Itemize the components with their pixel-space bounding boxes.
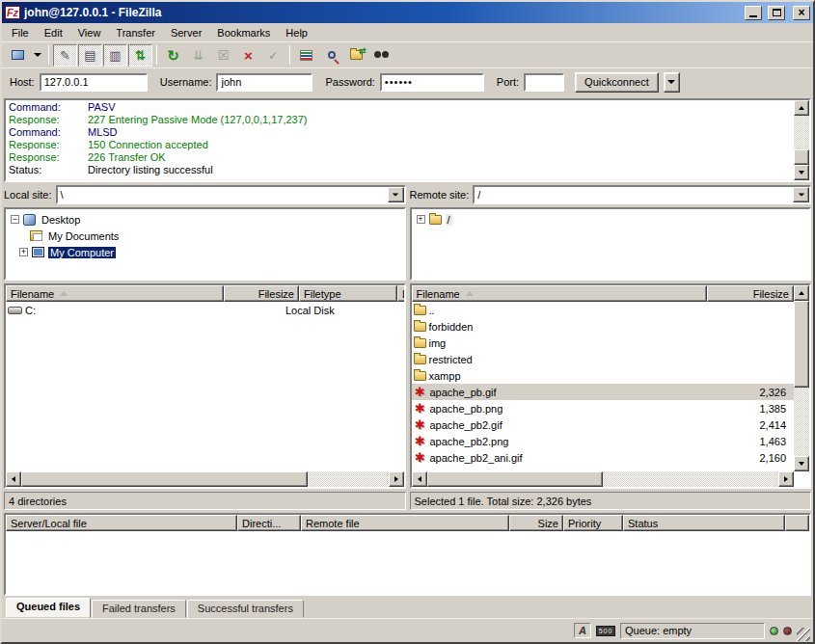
remote-site-combobox[interactable]: / [473, 185, 811, 204]
collapse-icon[interactable] [11, 215, 19, 224]
password-label: Password: [325, 76, 374, 88]
username-input[interactable] [216, 73, 312, 92]
message-log-toggle-button[interactable]: ✎ [53, 44, 77, 67]
scroll-down-button[interactable] [794, 456, 809, 471]
tab-queued-files[interactable]: Queued files [6, 598, 91, 618]
scrollbar-thumb[interactable] [794, 149, 809, 165]
remote-horizontal-scrollbar[interactable] [412, 471, 795, 487]
scroll-left-button[interactable] [6, 471, 21, 487]
column-header-filesize[interactable]: Filesize [224, 285, 299, 302]
local-file-row-c-drive[interactable]: C: Local Disk [6, 302, 404, 318]
transfer-queue-toggle-button[interactable]: ⇅ [128, 44, 152, 67]
local-site-dropdown-button[interactable] [388, 187, 404, 202]
menu-bookmarks[interactable]: Bookmarks [209, 25, 278, 40]
column-header-direction[interactable]: Directi... [237, 515, 301, 531]
site-manager-button[interactable] [6, 44, 30, 67]
menu-edit[interactable]: Edit [37, 25, 70, 40]
image-file-icon: ✱ [414, 386, 427, 398]
column-header-size[interactable]: Size [509, 515, 563, 531]
scrollbar-thumb[interactable] [427, 471, 603, 487]
resize-grip[interactable] [797, 628, 810, 641]
scrollbar-track[interactable] [794, 301, 809, 456]
disconnect-icon: × [244, 48, 253, 63]
tree-item-root[interactable]: / [413, 211, 809, 228]
remote-row-parent-dir[interactable]: .. [412, 302, 795, 318]
host-input[interactable] [40, 73, 148, 92]
menu-file[interactable]: File [4, 25, 37, 40]
disconnect-button[interactable]: × [236, 44, 260, 67]
scrollbar-track[interactable] [21, 471, 389, 487]
filter-button[interactable] [294, 44, 318, 67]
column-header-filesize[interactable]: Filesize [707, 285, 794, 302]
menu-server[interactable]: Server [163, 25, 209, 40]
local-site-combobox[interactable]: \ [56, 185, 406, 204]
column-header-priority[interactable]: Priority [563, 515, 623, 531]
tree-item-my-documents[interactable]: My Documents [7, 228, 403, 244]
close-button[interactable]: × [793, 6, 810, 20]
reconnect-button[interactable]: ✓ [261, 44, 285, 67]
remote-row-file[interactable]: ✱apache_pb2_ani.gif2,160 [412, 449, 795, 466]
remote-row-folder[interactable]: restricted [412, 351, 795, 367]
quickconnect-dropdown-button[interactable] [664, 72, 680, 93]
log-vertical-scrollbar[interactable] [794, 100, 809, 180]
local-horizontal-scrollbar[interactable] [6, 471, 404, 487]
remote-file-list: Filename Filesize .. forbidden img restr… [410, 283, 812, 489]
remote-row-file[interactable]: ✱apache_pb.png1,385 [412, 400, 795, 416]
scroll-up-button[interactable] [794, 100, 809, 116]
scrollbar-track[interactable] [794, 116, 809, 165]
remote-site-dropdown-button[interactable] [793, 187, 809, 202]
remote-vertical-scrollbar[interactable] [794, 285, 809, 471]
remote-row-file[interactable]: ✱apache_pb2.gif2,414 [412, 416, 795, 433]
column-header-filename[interactable]: Filename [412, 285, 708, 302]
scroll-left-button[interactable] [412, 471, 427, 487]
site-manager-dropdown-button[interactable] [31, 44, 44, 67]
column-header-server-local-file[interactable]: Server/Local file [6, 515, 237, 531]
directory-comparison-button[interactable] [319, 44, 343, 67]
password-input[interactable] [380, 73, 484, 92]
column-header-status[interactable]: Status [623, 515, 785, 531]
column-header-remote-file[interactable]: Remote file [301, 515, 509, 531]
message-log: Command:PASV Response:227 Entering Passi… [4, 98, 811, 182]
local-file-list: Filename Filesize Filetype L C: Local Di… [4, 283, 406, 489]
expand-icon[interactable] [19, 248, 28, 256]
port-input[interactable] [524, 73, 564, 92]
remote-row-file[interactable]: ✱apache_pb2.png1,463 [412, 433, 795, 449]
menu-view[interactable]: View [70, 25, 109, 40]
refresh-button[interactable]: ↻ [161, 44, 185, 67]
maximize-button[interactable] [768, 6, 785, 20]
scroll-right-button[interactable] [389, 471, 404, 487]
minimize-button[interactable] [745, 6, 762, 20]
toolbar-separator [289, 45, 290, 65]
remote-row-folder[interactable]: xampp [412, 367, 795, 384]
cancel-operation-button[interactable]: ☒ [211, 44, 235, 67]
remote-row-folder[interactable]: img [412, 335, 795, 351]
scroll-right-button[interactable] [778, 471, 794, 487]
column-header-filetype[interactable]: Filetype [299, 285, 397, 302]
tree-item-desktop[interactable]: Desktop [7, 211, 403, 228]
scroll-up-button[interactable] [794, 285, 809, 301]
tab-successful-transfers[interactable]: Successful transfers [187, 600, 304, 618]
tree-item-my-computer[interactable]: My Computer [7, 244, 403, 260]
remote-status-bar: Selected 1 file. Total size: 2,326 bytes [410, 492, 812, 510]
scrollbar-thumb[interactable] [794, 301, 809, 388]
menu-transfer[interactable]: Transfer [108, 25, 163, 40]
scrollbar-thumb[interactable] [21, 471, 308, 487]
refresh-icon: ↻ [167, 48, 179, 63]
remote-treeview-toggle-button[interactable]: ▥ [103, 44, 127, 67]
find-files-button[interactable] [369, 44, 394, 67]
column-header-lastmodified[interactable]: L [397, 285, 406, 302]
maximize-icon [773, 9, 781, 16]
tab-failed-transfers[interactable]: Failed transfers [92, 600, 186, 618]
status-bar: A 500 Queue: empty [2, 618, 813, 642]
synchronized-browsing-button[interactable]: ⇄ [344, 44, 368, 67]
remote-row-folder[interactable]: forbidden [412, 318, 795, 335]
column-header-filename[interactable]: Filename [6, 285, 224, 302]
menu-help[interactable]: Help [278, 25, 315, 40]
expand-icon[interactable] [417, 215, 425, 224]
process-queue-button[interactable]: ⇊ [186, 44, 210, 67]
scroll-down-button[interactable] [794, 165, 809, 180]
remote-row-file-selected[interactable]: ✱apache_pb.gif2,326 [412, 384, 795, 400]
quickconnect-button[interactable]: Quickconnect [575, 72, 659, 93]
local-treeview-toggle-button[interactable]: ▤ [78, 44, 102, 67]
scrollbar-track[interactable] [427, 471, 779, 487]
